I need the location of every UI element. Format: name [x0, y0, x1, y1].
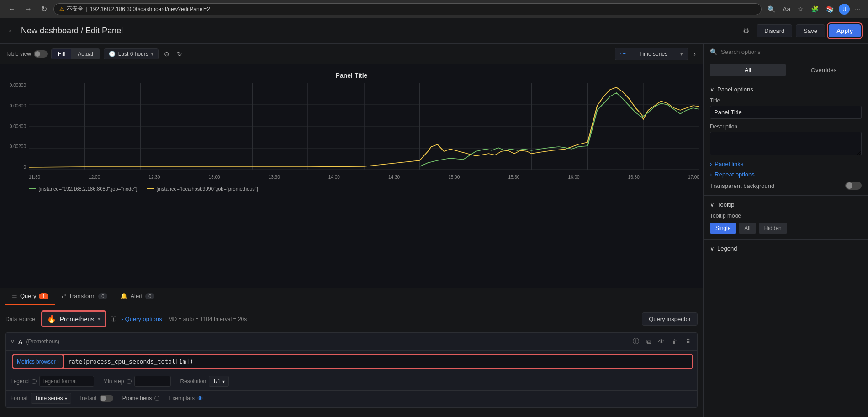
- transparent-bg-knob: [846, 182, 852, 189]
- transparent-bg-label: Transparent background: [710, 182, 774, 189]
- tab-overrides[interactable]: Overrides: [786, 64, 862, 76]
- resolution-chevron: ▾: [222, 379, 225, 384]
- query-tab-icon: ☰: [12, 293, 17, 299]
- panel-links-item[interactable]: › Panel links: [710, 160, 862, 167]
- query-tabs: ☰ Query 1 ⇄ Transform 0 🔔 Alert 0: [0, 288, 703, 305]
- back-button[interactable]: ←: [7, 26, 16, 36]
- apply-button[interactable]: Apply: [829, 24, 861, 37]
- min-step-label: Min step: [103, 378, 124, 385]
- resolution-select[interactable]: 1/1 ▾: [209, 376, 229, 387]
- x-label-9: 16:00: [568, 175, 580, 180]
- time-range-chevron: ▾: [151, 52, 153, 57]
- browser-favorites-btn[interactable]: ☆: [795, 5, 806, 14]
- browser-collections-btn[interactable]: 📚: [824, 5, 836, 14]
- browser-more-btn[interactable]: ···: [852, 5, 863, 14]
- toolbar-right: 〜 Time series ▾ ›: [615, 48, 698, 60]
- tab-query[interactable]: ☰ Query 1: [5, 288, 55, 305]
- tooltip-single-btn[interactable]: Single: [710, 223, 736, 234]
- resolution-label: Resolution: [180, 378, 206, 385]
- chart-x-labels: 11:30 12:00 12:30 13:00 13:30 14:00 14:3…: [29, 171, 699, 183]
- format-chevron: ▾: [65, 396, 67, 401]
- grafana-app: ← New dashboard / Edit Panel ⚙ Discard S…: [0, 18, 868, 417]
- browser-refresh-btn[interactable]: ↻: [38, 4, 50, 14]
- tooltip-header[interactable]: ∨ Tooltip: [710, 201, 862, 208]
- query-letter: A: [18, 338, 22, 345]
- query-eye-btn[interactable]: 👁: [656, 337, 667, 347]
- tooltip-chevron: ∨: [710, 201, 715, 208]
- metrics-browser-button[interactable]: Metrics browser ›: [13, 355, 63, 368]
- chart-y-labels: 0.00800 0.00600 0.00400 0.00200 0: [4, 83, 29, 170]
- instant-toggle-switch[interactable]: [100, 395, 113, 402]
- title-field-label: Title: [710, 97, 862, 104]
- repeat-options-item[interactable]: › Repeat options: [710, 171, 862, 178]
- panel-options-chevron: ∨: [710, 86, 715, 93]
- query-collapse-btn[interactable]: ∨: [11, 338, 15, 345]
- save-button[interactable]: Save: [796, 24, 825, 37]
- y-label-3: 0.00200: [10, 144, 26, 149]
- query-options-button[interactable]: › Query options: [121, 315, 162, 322]
- query-info-btn[interactable]: ⓘ: [630, 337, 641, 347]
- min-step-input[interactable]: [134, 376, 171, 387]
- query-options-chevron: ›: [121, 315, 123, 322]
- datasource-selector[interactable]: 🔥 Prometheus ▾: [42, 311, 106, 327]
- panel-collapse-btn[interactable]: ›: [692, 48, 698, 59]
- query-options-label: Query options: [125, 315, 162, 322]
- browser-extensions-btn[interactable]: 🧩: [809, 5, 821, 14]
- main-content: Table view Fill Actual 🕐 Last 6 hours ▾: [0, 44, 868, 417]
- fill-button[interactable]: Fill: [52, 49, 71, 59]
- query-action-buttons: ⓘ ⧉ 👁 🗑 ⠿: [630, 337, 693, 347]
- resolution-value: 1/1: [213, 378, 221, 385]
- table-view-switch[interactable]: [34, 50, 48, 58]
- tab-transform[interactable]: ⇄ Transform 0: [55, 288, 114, 305]
- address-bar[interactable]: ⚠ 不安全 | 192.168.2.186:3000/dashboard/new…: [53, 3, 762, 15]
- left-panel: Table view Fill Actual 🕐 Last 6 hours ▾: [0, 44, 704, 417]
- transparent-bg-toggle[interactable]: [845, 182, 862, 190]
- refresh-chart-button[interactable]: ↻: [175, 48, 184, 59]
- tab-alert[interactable]: 🔔 Alert 0: [114, 288, 161, 305]
- chart-toolbar: Table view Fill Actual 🕐 Last 6 hours ▾: [0, 44, 703, 64]
- tooltip-hidden-btn[interactable]: Hidden: [759, 223, 787, 234]
- fill-actual-selector: Fill Actual: [51, 48, 100, 59]
- browser-back-btn[interactable]: ←: [5, 4, 18, 14]
- datasource-info-icon[interactable]: ⓘ: [111, 315, 116, 323]
- instant-toggle-knob: [101, 396, 106, 401]
- title-input[interactable]: [710, 106, 862, 119]
- tab-all[interactable]: All: [710, 64, 786, 76]
- table-view-toggle: Table view: [5, 50, 48, 58]
- legend-header[interactable]: ∨ Legend: [710, 245, 862, 252]
- x-label-2: 12:30: [148, 175, 160, 180]
- description-textarea[interactable]: [710, 132, 862, 155]
- browser-search-btn[interactable]: 🔍: [765, 5, 778, 14]
- legend-input[interactable]: [39, 376, 94, 387]
- query-copy-btn[interactable]: ⧉: [644, 337, 653, 347]
- exemplars-eye-icon[interactable]: 👁: [197, 395, 203, 402]
- query-inspector-button[interactable]: Query inspector: [642, 312, 698, 326]
- browser-reader-btn[interactable]: Aa: [780, 5, 793, 14]
- discard-button[interactable]: Discard: [757, 24, 792, 37]
- time-range-button[interactable]: 🕐 Last 6 hours ▾: [104, 48, 159, 59]
- legend-item-0: {instance="192.168.2.186:8080",job="node…: [29, 186, 138, 192]
- query-datasource-label: (Prometheus): [26, 338, 59, 345]
- query-a-container: ∨ A (Prometheus) ⓘ ⧉ 👁 🗑 ⠿: [5, 332, 698, 408]
- format-select[interactable]: Time series ▾: [31, 393, 71, 404]
- actual-button[interactable]: Actual: [71, 49, 99, 59]
- panel-options-header[interactable]: ∨ Panel options: [710, 86, 862, 93]
- x-label-0: 11:30: [29, 175, 40, 180]
- zoom-out-button[interactable]: ⊖: [162, 48, 171, 59]
- settings-button[interactable]: ⚙: [739, 25, 753, 37]
- query-drag-btn[interactable]: ⠿: [683, 337, 693, 347]
- query-delete-btn[interactable]: 🗑: [670, 337, 681, 347]
- browser-forward-btn[interactable]: →: [22, 4, 35, 14]
- x-label-1: 12:00: [89, 175, 100, 180]
- tooltip-all-btn[interactable]: All: [739, 223, 756, 234]
- viz-type-selector[interactable]: 〜 Time series ▾: [615, 48, 688, 60]
- prometheus-group: Prometheus ⓘ: [122, 395, 160, 402]
- query-input-field[interactable]: [63, 355, 692, 368]
- y-label-2: 0.00400: [10, 124, 26, 129]
- transform-tab-label: Transform: [69, 293, 96, 299]
- browser-profile[interactable]: U: [839, 4, 850, 15]
- legend-color-0: [29, 188, 36, 189]
- min-step-info-icon: ⓘ: [127, 378, 132, 385]
- search-options-input[interactable]: [721, 48, 862, 55]
- right-panel-header: 🔍: [704, 44, 868, 60]
